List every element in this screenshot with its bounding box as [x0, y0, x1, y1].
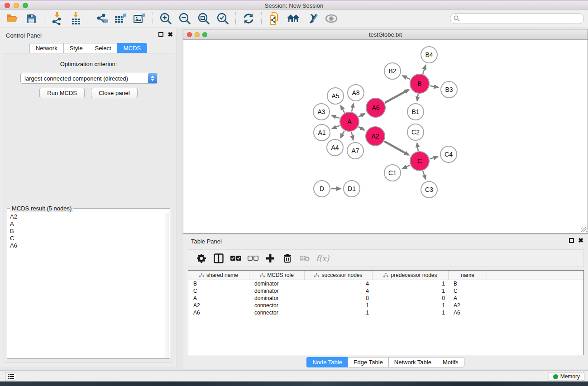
edge-B-B3[interactable]: [430, 86, 438, 88]
table-row[interactable]: Cdominator41C: [188, 287, 583, 295]
edge-A-A7[interactable]: [352, 132, 353, 140]
close-panel-button[interactable]: Close panel: [91, 88, 138, 98]
result-item[interactable]: A: [8, 220, 163, 228]
tab-network-table[interactable]: Network Table: [388, 357, 437, 367]
table-row[interactable]: A2connector11A2: [188, 302, 583, 309]
column-header-name[interactable]: name: [449, 271, 487, 280]
network-window-titlebar[interactable]: testGlobe.txt: [183, 29, 588, 40]
tab-mcds[interactable]: MCDS: [117, 43, 147, 53]
graph-node-B2[interactable]: B2: [384, 62, 401, 80]
column-header-MCDS-role[interactable]: MCDS role: [249, 271, 305, 280]
edge-A-A4[interactable]: [340, 131, 344, 138]
edge-C-C4[interactable]: [430, 157, 437, 159]
result-item[interactable]: A2: [8, 213, 163, 220]
close-panel-icon[interactable]: ✖: [167, 32, 173, 37]
open-session-icon[interactable]: [5, 11, 19, 26]
edge-A-A8[interactable]: [352, 104, 354, 111]
column-header-predecessor-nodes[interactable]: predecessor nodes: [373, 271, 449, 280]
tab-node-table[interactable]: Node Table: [306, 357, 348, 367]
zoom-selected-icon[interactable]: [215, 11, 230, 26]
resize-grip[interactable]: [581, 227, 587, 232]
import-network-icon[interactable]: [50, 11, 64, 26]
edge-A-A3[interactable]: [332, 115, 340, 118]
table-settings-gear-icon[interactable]: [195, 253, 208, 264]
add-column-icon[interactable]: [263, 253, 277, 264]
table-row[interactable]: A6connector11A6: [188, 309, 583, 316]
edge-B-B4[interactable]: [423, 66, 425, 74]
graph-node-D[interactable]: D: [313, 180, 330, 197]
graph-node-A1[interactable]: A1: [313, 124, 330, 141]
import-table-icon[interactable]: [69, 11, 83, 26]
export-image-icon[interactable]: [133, 11, 147, 26]
network-canvas[interactable]: AA6A2BCA5A8A3A1A4A7B2B4B3B1C2C4C1C3DD1: [183, 40, 588, 233]
delete-column-icon[interactable]: [281, 253, 294, 264]
criterion-dropdown[interactable]: largest connected component (directed): [20, 73, 158, 84]
export-network-icon[interactable]: [95, 11, 109, 26]
graph-node-A5[interactable]: A5: [327, 87, 344, 105]
graph-node-A4[interactable]: A4: [326, 139, 344, 156]
column-header-shared-name[interactable]: shared name: [188, 271, 249, 280]
edge-C-C1[interactable]: [403, 165, 410, 168]
edge-A-A2[interactable]: [359, 127, 364, 130]
edge-A-A6[interactable]: [359, 114, 364, 117]
search-input[interactable]: [462, 15, 583, 22]
show-graphics-details-icon[interactable]: [324, 11, 339, 26]
save-session-icon[interactable]: [24, 11, 38, 26]
edge-C-C2[interactable]: [417, 143, 418, 151]
run-mcds-button[interactable]: Run MCDS: [39, 88, 85, 98]
result-item[interactable]: B: [8, 228, 163, 235]
deselect-all-rows-icon[interactable]: [246, 253, 260, 264]
graph-node-B3[interactable]: B3: [440, 81, 458, 98]
column-header-successor-nodes[interactable]: successor nodes: [305, 271, 373, 280]
edge-A-A5[interactable]: [341, 106, 344, 113]
table-row[interactable]: Bdominator41B: [188, 280, 583, 287]
tab-motifs[interactable]: Motifs: [437, 357, 464, 367]
graph-node-A3[interactable]: A3: [313, 103, 330, 120]
float-panel-icon[interactable]: [158, 32, 163, 37]
select-all-rows-icon[interactable]: [229, 253, 243, 264]
tab-select[interactable]: Select: [89, 43, 117, 53]
hide-panels-icon[interactable]: [305, 11, 320, 26]
zoom-out-icon[interactable]: [177, 11, 192, 26]
export-table-icon[interactable]: [114, 11, 128, 26]
graph-node-B1[interactable]: B1: [407, 103, 424, 120]
edge-B-B1[interactable]: [417, 94, 418, 100]
search-field[interactable]: [450, 13, 584, 24]
graph-node-A8[interactable]: A8: [347, 84, 364, 101]
close-table-panel-icon[interactable]: ✖: [578, 238, 583, 243]
task-history-button[interactable]: [5, 372, 16, 381]
memory-button[interactable]: Memory: [549, 372, 584, 381]
graph-node-C3[interactable]: C3: [421, 181, 438, 198]
graph-node-C2[interactable]: C2: [407, 124, 424, 141]
zoom-fit-icon[interactable]: [196, 11, 211, 26]
graph-node-A7[interactable]: A7: [347, 142, 364, 159]
graph-node-A2[interactable]: A2: [365, 126, 385, 146]
graph-node-B[interactable]: B: [410, 74, 430, 94]
result-scrollbar[interactable]: [164, 213, 169, 358]
home-icon[interactable]: [286, 11, 301, 26]
result-item[interactable]: C: [8, 235, 163, 242]
table-row[interactable]: Adominator80A: [188, 295, 583, 302]
edge-C-C3[interactable]: [423, 171, 425, 179]
function-builder-button[interactable]: f(x): [316, 254, 329, 263]
result-item[interactable]: A6: [8, 242, 163, 249]
graph-node-A6[interactable]: A6: [366, 98, 386, 118]
graph-node-B4[interactable]: B4: [421, 46, 438, 63]
graph-node-C1[interactable]: C1: [384, 164, 401, 181]
duplicate-network-icon[interactable]: [267, 11, 282, 26]
show-columns-icon[interactable]: [212, 253, 225, 264]
float-table-panel-icon[interactable]: [569, 238, 574, 243]
graph-node-D1[interactable]: D1: [343, 180, 360, 197]
edge-A-A1[interactable]: [332, 125, 339, 128]
tab-style[interactable]: Style: [63, 43, 89, 53]
tab-edge-table[interactable]: Edge Table: [348, 357, 388, 367]
delete-table-icon[interactable]: [298, 253, 311, 264]
tab-network[interactable]: Network: [29, 43, 63, 53]
graph-node-C[interactable]: C: [410, 151, 430, 171]
edge-A6-B[interactable]: [385, 90, 408, 103]
graph-node-C4[interactable]: C4: [440, 146, 457, 163]
graph-node-A[interactable]: A: [339, 112, 359, 132]
edge-B-B2[interactable]: [403, 76, 411, 80]
edge-A2-C[interactable]: [384, 141, 409, 155]
refresh-icon[interactable]: [241, 11, 256, 26]
